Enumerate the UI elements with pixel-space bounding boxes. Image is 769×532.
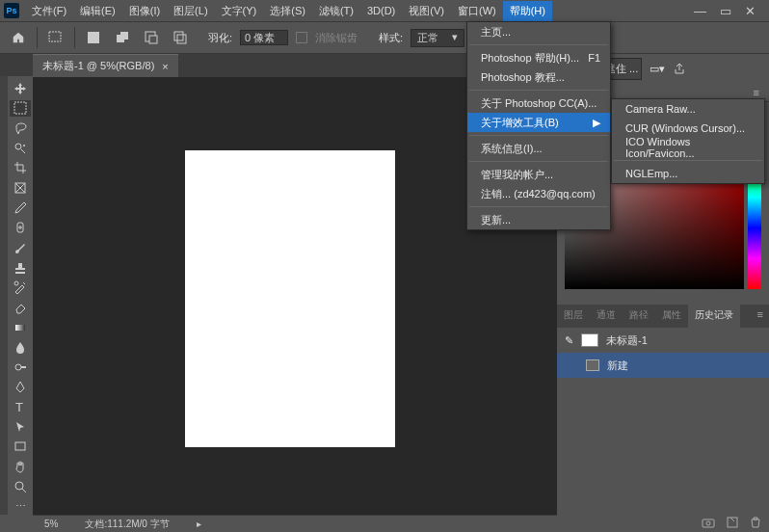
plugin-ico[interactable]: ICO Windows Icon/Favicon... xyxy=(612,138,764,157)
new-snapshot-icon[interactable] xyxy=(702,517,715,528)
tab-paths[interactable]: 路径 xyxy=(623,305,655,328)
marquee-tool[interactable] xyxy=(10,100,31,118)
shape-tool[interactable] xyxy=(10,439,31,456)
menu-about-ps[interactable]: 关于 Photoshop CC(A)... xyxy=(467,93,610,113)
help-menu-popup: 主页... Photoshop 帮助(H)...F1 Photoshop 教程.… xyxy=(466,21,611,230)
history-brush-tool[interactable] xyxy=(10,279,31,296)
menu-layer[interactable]: 图层(L) xyxy=(167,1,214,21)
svg-point-9 xyxy=(15,144,21,149)
window-controls: — ▭ ✕ xyxy=(694,4,765,18)
plugin-nglemp[interactable]: NGLEmp... xyxy=(612,164,764,183)
tab-channels[interactable]: 通道 xyxy=(590,305,623,328)
intersect-selection-icon[interactable] xyxy=(170,27,191,48)
menu-image[interactable]: 图像(I) xyxy=(122,1,167,21)
antialias-checkbox[interactable] xyxy=(296,32,307,43)
quick-select-tool[interactable] xyxy=(10,140,31,157)
minimize-icon[interactable]: — xyxy=(694,4,706,18)
menu-ps-tutorials[interactable]: Photoshop 教程... xyxy=(467,67,610,87)
panel-layout-icon[interactable]: ▭▾ xyxy=(650,63,665,75)
home-button[interactable] xyxy=(8,27,29,48)
menu-3d[interactable]: 3D(D) xyxy=(360,2,402,19)
menu-filter[interactable]: 滤镜(T) xyxy=(312,1,360,21)
tab-history[interactable]: 历史记录 xyxy=(688,305,740,328)
svg-point-13 xyxy=(14,281,18,285)
history-state[interactable]: 新建 xyxy=(557,353,769,378)
hand-tool[interactable] xyxy=(10,458,31,475)
crop-tool[interactable] xyxy=(10,160,31,177)
svg-rect-19 xyxy=(703,519,714,527)
svg-rect-14 xyxy=(15,325,25,331)
menu-select[interactable]: 选择(S) xyxy=(263,1,312,21)
healing-tool[interactable] xyxy=(10,219,31,236)
menu-updates[interactable]: 更新... xyxy=(467,210,610,229)
maximize-icon[interactable]: ▭ xyxy=(720,4,731,18)
panel-menu-icon[interactable]: ≡ xyxy=(752,305,769,328)
zoom-level[interactable]: 5% xyxy=(44,519,58,529)
brush-icon: ✎ xyxy=(565,334,573,347)
menu-sign-out[interactable]: 注销... (zd423@qq.com) xyxy=(467,184,610,203)
menu-edit[interactable]: 编辑(E) xyxy=(73,1,122,21)
close-icon[interactable]: ✕ xyxy=(745,4,756,18)
type-tool[interactable]: T xyxy=(10,398,31,415)
blur-tool[interactable] xyxy=(10,338,31,356)
snapshot-label: 未标题-1 xyxy=(606,333,648,348)
share-icon[interactable] xyxy=(673,62,686,75)
svg-rect-1 xyxy=(88,32,99,43)
tab-properties[interactable]: 属性 xyxy=(655,305,688,328)
snapshot-thumb xyxy=(581,333,598,347)
left-rail xyxy=(0,76,8,515)
antialias-label: 消除锯齿 xyxy=(315,31,358,45)
menu-system-info[interactable]: 系统信息(I)... xyxy=(467,139,610,158)
svg-point-15 xyxy=(15,364,21,370)
menu-about-plugins[interactable]: 关于增效工具(B)▶ xyxy=(467,113,610,132)
document-tab[interactable]: 未标题-1 @ 5%(RGB/8) × xyxy=(33,54,178,77)
tab-layers[interactable]: 图层 xyxy=(557,305,590,328)
frame-tool[interactable] xyxy=(10,179,31,197)
plugin-camera-raw[interactable]: Camera Raw... xyxy=(612,99,764,119)
subtract-selection-icon[interactable] xyxy=(141,27,162,48)
zoom-tool[interactable] xyxy=(10,478,31,495)
menu-manage-account[interactable]: 管理我的帐户... xyxy=(467,165,610,184)
pen-tool[interactable] xyxy=(10,379,31,396)
move-tool[interactable] xyxy=(10,80,31,97)
menu-ps-help[interactable]: Photoshop 帮助(H)...F1 xyxy=(467,48,610,67)
feather-label: 羽化: xyxy=(208,31,232,45)
history-state-label: 新建 xyxy=(607,359,628,373)
svg-point-18 xyxy=(15,482,23,490)
eraser-tool[interactable] xyxy=(10,299,31,316)
home-icon xyxy=(12,31,25,44)
menu-window[interactable]: 窗口(W) xyxy=(451,1,503,21)
tool-preset[interactable] xyxy=(45,27,66,48)
delete-icon[interactable] xyxy=(750,517,761,528)
svg-point-20 xyxy=(706,521,710,525)
document-canvas[interactable] xyxy=(185,150,395,447)
brush-tool[interactable] xyxy=(10,239,31,256)
dodge-tool[interactable] xyxy=(10,359,31,376)
doc-size[interactable]: 文档:111.2M/0 字节 xyxy=(85,518,169,531)
options-bar: 羽化: 消除锯齿 样式: 正常 ▾ 宽 xyxy=(0,21,769,54)
stamp-tool[interactable] xyxy=(10,259,31,277)
tab-close-icon[interactable]: × xyxy=(162,61,168,72)
menu-type[interactable]: 文字(Y) xyxy=(215,1,264,21)
menu-help[interactable]: 帮助(H) xyxy=(503,1,552,21)
feather-input[interactable] xyxy=(240,30,288,45)
menu-file[interactable]: 文件(F) xyxy=(25,1,73,21)
style-select[interactable]: 正常 ▾ xyxy=(411,29,464,47)
gradient-tool[interactable] xyxy=(10,319,31,336)
new-selection-icon[interactable] xyxy=(83,27,104,48)
lasso-tool[interactable] xyxy=(10,120,31,137)
history-snapshot[interactable]: ✎ 未标题-1 xyxy=(557,328,769,353)
eyedropper-tool[interactable] xyxy=(10,200,31,217)
app-logo: Ps xyxy=(4,3,19,18)
path-select-tool[interactable] xyxy=(10,418,31,436)
new-state-icon[interactable] xyxy=(727,517,738,528)
more-tools[interactable]: ⋯ xyxy=(10,497,31,515)
svg-rect-17 xyxy=(15,442,25,450)
panel-menu-icon[interactable]: ≡ xyxy=(754,87,759,98)
add-selection-icon[interactable] xyxy=(112,27,133,48)
status-arrow-icon[interactable]: ▸ xyxy=(197,519,201,529)
plugin-cur[interactable]: CUR (Windows Cursor)... xyxy=(612,119,764,138)
menu-view[interactable]: 视图(V) xyxy=(402,1,451,21)
menu-home[interactable]: 主页... xyxy=(467,22,610,41)
submenu-arrow-icon: ▶ xyxy=(593,117,600,129)
